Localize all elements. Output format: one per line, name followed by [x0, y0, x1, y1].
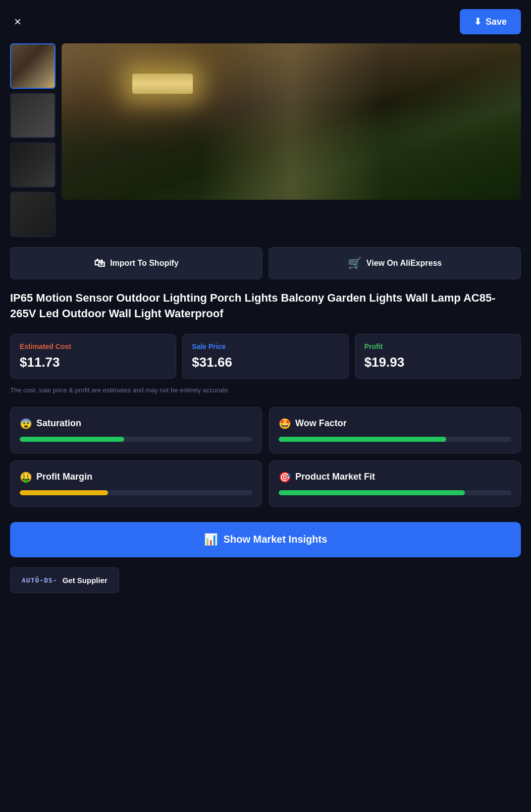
product-market-fit-bar-fill — [279, 490, 465, 495]
saturation-bar-fill — [20, 437, 124, 442]
thumbnail-2[interactable] — [10, 93, 56, 138]
action-buttons: 🛍 Import To Shopify 🛒 View On AliExpress — [10, 247, 521, 279]
thumbnail-img-3 — [11, 143, 55, 187]
profit-margin-label: Profit Margin — [36, 472, 92, 482]
profit-card: Profit $19.93 — [355, 334, 521, 379]
lamp-shape — [132, 74, 193, 94]
saturation-emoji: 😨 — [20, 418, 32, 430]
profit-margin-card: 🤑 Profit Margin — [10, 460, 262, 507]
close-icon: × — [14, 15, 21, 28]
price-cards: Estimated Cost $11.73 Sale Price $31.66 … — [10, 334, 521, 379]
main-image-overlay — [62, 43, 521, 200]
wow-factor-bar-fill — [279, 437, 446, 442]
profit-value: $19.93 — [364, 355, 511, 370]
save-button[interactable]: ⬇ Save — [460, 9, 521, 34]
main-image-inner — [62, 43, 521, 200]
view-aliexpress-label: View On AliExpress — [366, 259, 442, 268]
sale-price-label: Sale Price — [192, 342, 339, 351]
product-market-fit-emoji: 🎯 — [279, 471, 291, 483]
get-supplier-label: Get Supplier — [63, 576, 108, 585]
aliexpress-icon: 🛒 — [348, 257, 361, 270]
estimated-cost-card: Estimated Cost $11.73 — [10, 334, 176, 379]
image-area — [10, 43, 521, 237]
profit-margin-header: 🤑 Profit Margin — [20, 471, 252, 483]
thumbnail-img-2 — [11, 94, 55, 137]
saturation-bar-bg — [20, 437, 252, 442]
show-insights-button[interactable]: 📊 Show Market Insights — [10, 522, 521, 557]
get-supplier-button[interactable]: AUTŌ-DS- Get Supplier — [10, 567, 119, 593]
wow-factor-card: 🤩 Wow Factor — [269, 407, 521, 453]
profit-label: Profit — [364, 342, 511, 351]
import-shopify-button[interactable]: 🛍 Import To Shopify — [10, 247, 262, 279]
import-shopify-label: Import To Shopify — [110, 259, 179, 268]
shopify-icon: 🛍 — [94, 257, 105, 270]
wow-factor-emoji: 🤩 — [279, 418, 291, 430]
product-market-fit-bar-bg — [279, 490, 511, 495]
thumbnail-1[interactable] — [10, 43, 56, 89]
show-insights-label: Show Market Insights — [224, 534, 328, 545]
product-market-fit-card: 🎯 Product Market Fit — [269, 460, 521, 507]
saturation-label: Saturation — [36, 418, 81, 429]
product-title: IP65 Motion Sensor Outdoor Lighting Porc… — [10, 291, 521, 322]
thumbnail-list — [10, 43, 56, 237]
chart-icon: 📊 — [204, 533, 218, 546]
profit-margin-bar-bg — [20, 490, 252, 495]
estimated-cost-label: Estimated Cost — [20, 342, 167, 351]
thumbnail-img-4 — [11, 193, 55, 236]
saturation-card: 😨 Saturation — [10, 407, 262, 453]
autods-logo: AUTŌ-DS- — [22, 576, 58, 584]
profit-margin-bar-fill — [20, 490, 108, 495]
wow-factor-header: 🤩 Wow Factor — [279, 418, 511, 430]
bottom-section: 📊 Show Market Insights AUTŌ-DS- Get Supp… — [0, 522, 531, 608]
saturation-header: 😨 Saturation — [20, 418, 252, 430]
wow-factor-label: Wow Factor — [295, 418, 347, 429]
thumbnail-4[interactable] — [10, 192, 56, 237]
top-bar: × ⬇ Save — [0, 0, 531, 43]
thumbnail-img-1 — [11, 44, 55, 88]
sale-price-card: Sale Price $31.66 — [182, 334, 348, 379]
save-label: Save — [486, 17, 507, 27]
view-aliexpress-button[interactable]: 🛒 View On AliExpress — [269, 247, 521, 279]
save-icon: ⬇ — [474, 16, 482, 27]
thumbnail-3[interactable] — [10, 142, 56, 188]
main-product-image — [62, 43, 521, 200]
product-section: 🛍 Import To Shopify 🛒 View On AliExpress… — [0, 43, 531, 507]
metrics-grid: 😨 Saturation 🤩 Wow Factor 🤑 Profit Margi… — [10, 407, 521, 507]
sale-price-value: $31.66 — [192, 355, 339, 370]
estimated-cost-value: $11.73 — [20, 355, 167, 370]
profit-margin-emoji: 🤑 — [20, 471, 32, 483]
price-disclaimer: The cost, sale price & profit are estima… — [10, 386, 521, 395]
wow-factor-bar-bg — [279, 437, 511, 442]
product-market-fit-label: Product Market Fit — [295, 472, 375, 482]
product-market-fit-header: 🎯 Product Market Fit — [279, 471, 511, 483]
close-button[interactable]: × — [10, 13, 25, 31]
